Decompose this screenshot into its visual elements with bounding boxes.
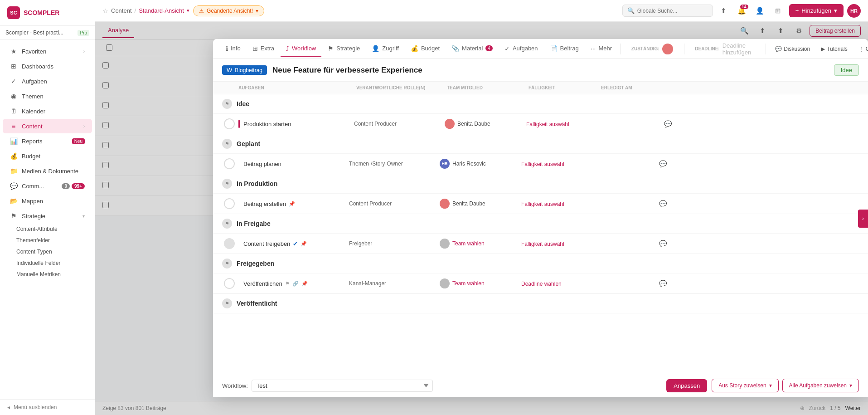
hinzufugen-label: Hinzufügen: [801, 7, 831, 14]
sidebar-item-reports[interactable]: 📊Reports Neu: [3, 134, 92, 148]
modal-tab-material[interactable]: 📎 Material 4: [446, 41, 498, 57]
content-type-label: Blogbeitrag: [235, 67, 262, 73]
modal-tab-workflow[interactable]: ⤴ Workflow: [281, 41, 321, 57]
sidebar-item-strategie[interactable]: ⚑Strategie ▾: [3, 209, 92, 223]
task-row-veroeffentlichen[interactable]: Veröffentlichen ⚑ 🔗 📌 Kanal-Manager T: [213, 273, 868, 293]
phase-flag-icon: ⚑: [222, 99, 232, 109]
breadcrumb-separator: /: [135, 7, 136, 14]
task-name-cell: Beitrag erstellen 📌: [238, 200, 345, 207]
sidebar-item-medien[interactable]: 📁Medien & Dokumente: [3, 164, 92, 178]
modal-tab-extra[interactable]: ⊞ Extra: [247, 41, 280, 57]
task-row-produktion-starten[interactable]: Produktion starten Content Producer Beni…: [213, 113, 868, 134]
aus-story-button[interactable]: Aus Story zuweisen ▾: [712, 379, 778, 392]
upload-button[interactable]: ⬆: [717, 4, 731, 18]
task-checkbox[interactable]: [224, 278, 235, 289]
optionen-button[interactable]: ⋮ Optionen: [855, 44, 868, 54]
topbar-right: 🔍 ⬆ 🔔 14 👤 ⊞ + Hinzufügen: [622, 4, 861, 18]
task-comment[interactable]: 💬: [654, 200, 672, 207]
grid-apps-button[interactable]: ⊞: [771, 4, 786, 18]
modal-tab-aufgaben[interactable]: ✓ Aufgaben: [499, 41, 543, 57]
sidebar-sub-item-content-typen[interactable]: Content-Typen: [3, 246, 92, 257]
breadcrumb-dropdown-icon[interactable]: ▾: [187, 8, 189, 14]
task-checkbox[interactable]: [224, 198, 235, 209]
sidebar-item-dashboards[interactable]: ⊞Dashboards: [3, 59, 92, 73]
breadcrumb-active-view[interactable]: Standard-Ansicht: [139, 7, 184, 14]
phase-veroeffentlicht: ⚑ Veröffentlicht: [213, 294, 868, 313]
sidebar-sub-item-manuelle-metriken[interactable]: Manuelle Metriken: [3, 269, 92, 280]
apps-icon: ⊞: [775, 7, 781, 15]
task-checkbox[interactable]: [224, 118, 235, 129]
hinzufugen-button[interactable]: + Hinzufügen ▾: [789, 4, 844, 17]
task-due: Falligkeit auswähl: [518, 200, 590, 207]
workflow-select[interactable]: Test: [252, 380, 433, 392]
beitrag-tab-icon: 📄: [550, 45, 558, 52]
diskussion-label: Diskussion: [784, 46, 810, 52]
task-checkbox-progress[interactable]: [224, 238, 235, 249]
team-choose-link[interactable]: Team wählen: [452, 280, 485, 287]
alle-aufgaben-button[interactable]: Alle Aufgaben zuweisen ▾: [782, 379, 859, 392]
changed-view-indicator[interactable]: ⚠ Geänderte Ansicht! ▾: [193, 5, 264, 16]
flag2-icon: ⚑: [285, 281, 290, 287]
sidebar-item-kalender[interactable]: 🗓Kalender: [3, 104, 92, 118]
task-checkbox[interactable]: [224, 158, 235, 169]
task-comment[interactable]: 💬: [654, 160, 672, 167]
modal-tab-zugriff[interactable]: 👤 Zugriff: [366, 41, 404, 57]
task-row-content-freigeben[interactable]: Content freigeben ✔ 📌 Freigeber Team wäh…: [213, 233, 868, 254]
modal-tab-workflow-label: Workflow: [292, 45, 316, 52]
task-role: Content Producer: [350, 121, 441, 127]
member-avatar: HR: [440, 159, 450, 169]
anpassen-button[interactable]: Anpassen: [666, 379, 707, 392]
modal-tab-info[interactable]: ℹ Info: [220, 41, 246, 57]
sidebar-item-favoriten[interactable]: ★Favoriten ›: [3, 44, 92, 59]
phase-name-in-freigabe: In Freigabe: [237, 220, 271, 227]
upload-icon: ⬆: [721, 7, 727, 15]
phase-name-in-produktion: In Produktion: [237, 180, 277, 187]
task-row-beitrag-erstellen[interactable]: Beitrag erstellen 📌 Content Producer Ben…: [213, 193, 868, 214]
phase-freigegeben: ⚑ Freigegeben Veröffentlichen ⚑ 🔗 📌: [213, 254, 868, 294]
hide-menu-icon: ◂: [7, 404, 10, 410]
breadcrumb-star-icon[interactable]: ☆: [102, 7, 108, 15]
deadline-choose-link[interactable]: Deadline wählen: [521, 281, 562, 287]
task-comment[interactable]: 💬: [654, 240, 672, 247]
phase-header-freigegeben: ⚑ Freigegeben: [213, 254, 868, 273]
notifications-button[interactable]: 🔔 14: [735, 4, 749, 18]
due-select-link[interactable]: Falligkeit auswähl: [521, 241, 564, 247]
sidebar-sub-item-content-attribute[interactable]: Content-Attribute: [3, 224, 92, 234]
alle-aufgaben-label: Alle Aufgaben zuweisen: [789, 382, 847, 389]
sidebar-item-budget[interactable]: 💰Budget: [3, 149, 92, 163]
sidebar-item-aufgaben[interactable]: ✓Aufgaben: [3, 74, 92, 88]
task-comment[interactable]: 💬: [659, 120, 677, 127]
due-select-link[interactable]: Falligkeit auswähl: [526, 121, 569, 127]
team-choose-link[interactable]: Team wählen: [452, 240, 485, 247]
sidebar-item-comm[interactable]: 💬Comm... 0 99+: [3, 179, 92, 193]
tutorials-button[interactable]: ▶ Tutorials: [817, 44, 851, 54]
modal-tab-strategie[interactable]: ⚑ Strategie: [322, 41, 365, 57]
modal-tab-budget[interactable]: 💰 Budget: [405, 41, 445, 57]
task-comment[interactable]: 💬: [654, 280, 672, 287]
sidebar-sub-item-themenfelder[interactable]: Themenfelder: [3, 235, 92, 246]
breadcrumb-main[interactable]: Content: [111, 7, 132, 14]
sidebar-item-themen[interactable]: ◉Themen: [3, 89, 92, 103]
sidebar-sub-item-individuelle-felder[interactable]: Individuelle Felder: [3, 258, 92, 269]
user-profile-button[interactable]: 👤: [753, 4, 767, 18]
search-input[interactable]: [637, 8, 708, 14]
diskussion-button[interactable]: 💬 Diskussion: [771, 44, 814, 54]
sidebar-item-content[interactable]: ≡Content ›: [3, 119, 92, 133]
sidebar-item-mappen[interactable]: 📂Mappen: [3, 194, 92, 208]
menu-hide-button[interactable]: ◂ Menü ausblenden: [7, 404, 87, 410]
zustandig-avatar[interactable]: [662, 44, 673, 54]
panel-expand-button[interactable]: ›: [858, 210, 868, 228]
modal-tab-mehr[interactable]: ··· Mehr: [585, 41, 617, 57]
due-select-link[interactable]: Falligkeit auswähl: [521, 201, 564, 207]
modal-tab-beitrag[interactable]: 📄 Beitrag: [544, 41, 584, 57]
warning-icon: ⚠: [199, 8, 204, 14]
task-row-beitrag-planen[interactable]: Beitrag planen Themen-/Story-Owner HR Ha…: [213, 153, 868, 174]
info-icon: ℹ: [226, 45, 228, 52]
user-avatar[interactable]: HR: [847, 4, 861, 18]
task-role: Themen-/Story-Owner: [345, 161, 436, 167]
deadline-placeholder[interactable]: Deadline hinzufügen: [723, 42, 755, 56]
due-select-link[interactable]: Falligkeit auswähl: [521, 161, 564, 167]
menu-hide-label: Menü ausblenden: [14, 404, 57, 410]
global-search[interactable]: 🔍: [622, 5, 713, 17]
status-badge[interactable]: Idee: [834, 64, 859, 76]
